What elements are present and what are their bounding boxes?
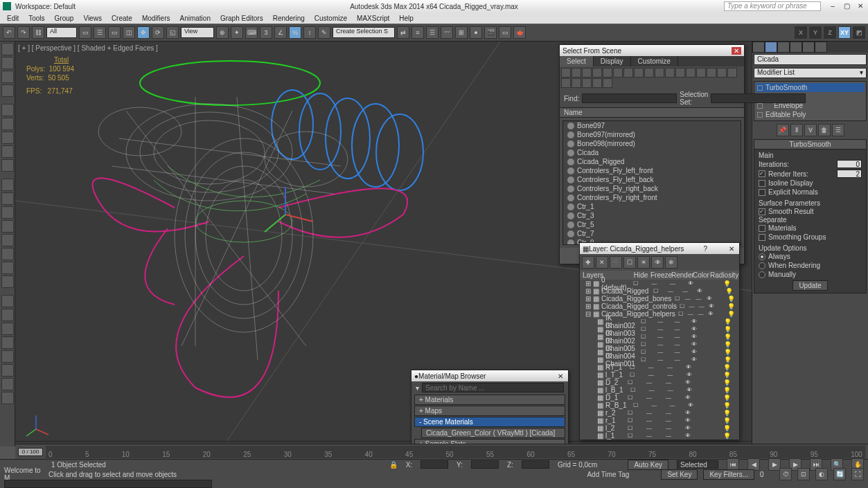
- stack-item[interactable]: Editable Poly: [756, 110, 865, 119]
- layer-panel-help-button[interactable]: ?: [700, 245, 710, 253]
- window-crossing-button[interactable]: ◫: [123, 26, 135, 39]
- select-tool-19[interactable]: [582, 78, 592, 88]
- scene-item[interactable]: Bone097: [563, 121, 741, 130]
- snap-toggle-button[interactable]: 3: [260, 26, 272, 39]
- select-tool-16[interactable]: [727, 68, 737, 78]
- select-tool-5[interactable]: [613, 68, 623, 78]
- find-input[interactable]: [582, 93, 677, 103]
- select-tool-7[interactable]: [634, 68, 644, 78]
- scene-item[interactable]: Controlers_Fly_left_back: [563, 175, 741, 184]
- maps-group[interactable]: + Maps: [414, 406, 565, 416]
- select-tool-12[interactable]: [686, 68, 696, 78]
- menu-graph editors[interactable]: Graph Editors: [220, 15, 263, 22]
- select-tab-select[interactable]: Select: [560, 56, 594, 66]
- scene-item[interactable]: Ctr_1: [563, 202, 741, 211]
- select-tool-20[interactable]: [592, 78, 602, 88]
- scene-material-item[interactable]: Cicada_Green_Color ( VRayMtl ) [Cicada]: [421, 428, 565, 438]
- lock-icon[interactable]: 🔒: [389, 461, 398, 469]
- select-tool-18[interactable]: [572, 78, 581, 88]
- left-tool-13[interactable]: [1, 206, 14, 219]
- smooth-result-check[interactable]: [759, 208, 765, 215]
- percent-snap-button[interactable]: %: [289, 26, 301, 39]
- key-mode-dropdown[interactable]: Selected: [677, 460, 718, 469]
- left-tool-25[interactable]: [1, 364, 14, 377]
- layer-row[interactable]: ▦IK Chain001☐——👁💡: [580, 356, 739, 363]
- minimize-button[interactable]: –: [828, 2, 838, 10]
- modifier-list-dropdown[interactable]: Modifier List▾: [754, 68, 867, 78]
- x-coord-field[interactable]: [420, 460, 448, 469]
- select-tool-6[interactable]: [623, 68, 633, 78]
- left-tool-20[interactable]: [1, 295, 14, 307]
- material-search-input[interactable]: [422, 383, 564, 392]
- left-tool-15[interactable]: [1, 234, 14, 246]
- layer-row[interactable]: ▦RT_1☐——👁💡: [580, 363, 739, 371]
- left-tool-27[interactable]: [1, 392, 14, 404]
- angle-snap-button[interactable]: ∠: [274, 26, 287, 39]
- ref-coord-system[interactable]: View: [181, 27, 214, 38]
- left-tool-17[interactable]: [1, 262, 14, 274]
- select-tool-3[interactable]: [592, 68, 602, 78]
- spinner-snap-button[interactable]: ↕: [303, 26, 316, 39]
- left-tool-6[interactable]: [1, 118, 14, 130]
- left-tool-1[interactable]: [1, 57, 14, 69]
- scene-item[interactable]: Controlers_Fly_right_back: [563, 184, 741, 193]
- redo-button[interactable]: ↷: [17, 26, 30, 39]
- object-name-field[interactable]: Cicada: [754, 54, 867, 65]
- curve-editor-button[interactable]: 〰: [441, 26, 453, 39]
- menu-tools[interactable]: Tools: [28, 15, 44, 22]
- layer-row[interactable]: ▦l_2☐——👁💡: [580, 424, 739, 432]
- orbit-button[interactable]: 🔄: [833, 468, 846, 480]
- modify-tab[interactable]: [765, 42, 777, 53]
- menu-maxscript[interactable]: MAXScript: [357, 15, 389, 22]
- rect-select-button[interactable]: ▭: [108, 26, 121, 39]
- constrain-y-button[interactable]: Y: [809, 26, 822, 39]
- materials-check[interactable]: [759, 225, 765, 232]
- render-iters-check[interactable]: [759, 170, 765, 177]
- show-end-button[interactable]: Ⅱ: [790, 124, 803, 136]
- layer-row[interactable]: ⊞▦Cicada_Rigged_bones☐——👁💡: [580, 295, 739, 302]
- name-column-header[interactable]: Name: [560, 107, 744, 118]
- left-tool-2[interactable]: [1, 71, 14, 83]
- left-tool-24[interactable]: [1, 350, 14, 363]
- undo-button[interactable]: ↶: [3, 26, 15, 39]
- time-slider[interactable]: 0 / 100 05101520253035404550556065707580…: [15, 444, 868, 459]
- frame-slider[interactable]: 0 / 100: [18, 448, 43, 456]
- maxscript-prompt[interactable]: [4, 480, 212, 488]
- left-tool-18[interactable]: [1, 275, 14, 288]
- help-search-input[interactable]: Type a keyword or phrase: [724, 1, 821, 11]
- layer-row[interactable]: ▦D_1☐——👁💡: [580, 394, 739, 401]
- render-button[interactable]: 🫖: [513, 26, 526, 39]
- scene-item[interactable]: Controlers_Fly_left_front: [563, 166, 741, 175]
- menu-edit[interactable]: Edit: [7, 15, 19, 22]
- select-tool-9[interactable]: [655, 68, 664, 78]
- menu-create[interactable]: Create: [112, 15, 132, 22]
- selection-set-input[interactable]: [711, 93, 806, 103]
- isoline-check[interactable]: [759, 180, 765, 187]
- when-render-radio[interactable]: [759, 262, 765, 269]
- left-tool-0[interactable]: [1, 43, 14, 55]
- scale-button[interactable]: ◱: [166, 26, 179, 39]
- add-time-tag[interactable]: Add Time Tag: [587, 471, 629, 478]
- left-tool-9[interactable]: [1, 159, 14, 172]
- remove-mod-button[interactable]: 🗑: [818, 124, 831, 136]
- menu-views[interactable]: Views: [83, 15, 102, 22]
- left-tool-14[interactable]: [1, 220, 14, 233]
- pin-stack-button[interactable]: 📌: [777, 124, 789, 136]
- keyfilters-button[interactable]: Key Filters...: [703, 469, 754, 480]
- constrain-plane-button[interactable]: ◩: [853, 26, 865, 39]
- manually-radio[interactable]: [759, 271, 765, 278]
- hide-button[interactable]: 👁: [651, 256, 664, 269]
- update-button[interactable]: Update: [792, 280, 827, 291]
- left-tool-19[interactable]: [1, 289, 13, 293]
- schematic-button[interactable]: ⊞: [455, 26, 468, 39]
- rotate-button[interactable]: ⟳: [152, 26, 164, 39]
- constrain-xy-button[interactable]: XY: [838, 26, 851, 39]
- align-button[interactable]: ≡: [411, 26, 424, 39]
- layer-row[interactable]: ▦l_B_1☐——👁💡: [580, 386, 739, 394]
- layer-row[interactable]: ⊞▦Cicada_Rigged_controls☐——👁💡: [580, 302, 739, 310]
- constrain-z-button[interactable]: Z: [824, 26, 836, 39]
- y-coord-field[interactable]: [471, 460, 499, 469]
- maximize-button[interactable]: ▢: [842, 2, 851, 10]
- select-from-scene-panel[interactable]: Select From Scene✕ SelectDisplayCustomiz…: [559, 44, 745, 264]
- layer-row[interactable]: ▦R_B_1☐——👁💡: [580, 401, 739, 409]
